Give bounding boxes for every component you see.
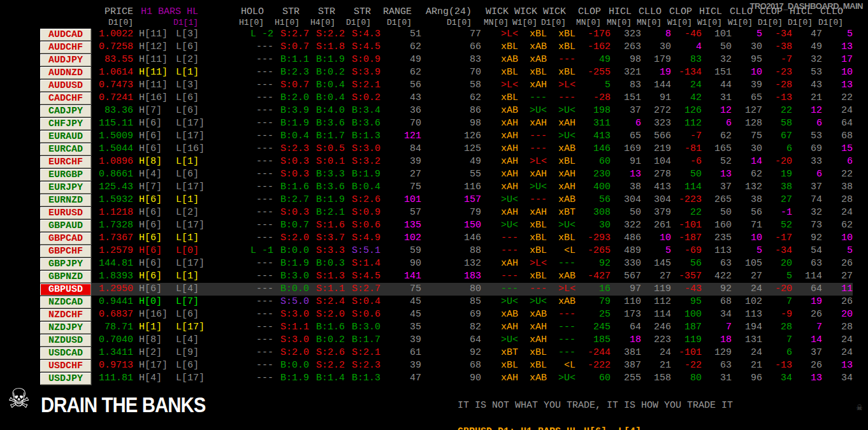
column-header-wick_d1: D1[0]	[537, 17, 566, 28]
table-row-gbpchf[interactable]: GBPCHF1.2579H[6]L[0]L -1B:0.0S:3.3S:5.15…	[40, 245, 853, 257]
pair-badge[interactable]: EURCHF	[40, 156, 91, 168]
cell-str_h1: ---	[208, 92, 273, 104]
cell-clop_mn: ---	[547, 308, 575, 321]
cell-arng24: 27	[380, 168, 421, 181]
cell-hicl_w1: 114	[671, 181, 702, 194]
table-row-cadjpy[interactable]: CADJPY83.36H[7]L[6]---B:3.9B:4.0B:3.4368…	[40, 104, 853, 117]
cell-range: S:1.4	[345, 257, 380, 270]
column-header-cllo_w1: W1[0]	[722, 17, 753, 28]
pair-badge[interactable]: NZDUSD	[40, 334, 91, 347]
pair-badge[interactable]: USDCAD	[40, 347, 91, 359]
pair-badge-wrap: USDCAD	[40, 347, 91, 359]
table-row-eurnzd[interactable]: EURNZD1.5932H[6]L[1]---B:2.7B:1.9S:2.610…	[40, 194, 853, 206]
cell-clop_mn: xAB	[547, 194, 575, 206]
table-row-euraud[interactable]: EURAUD1.5009H[6]L[17]---B:0.4B:1.7B:1.31…	[40, 130, 853, 143]
cell-str_h1: ---	[208, 41, 273, 54]
cell-arng24: 75	[380, 181, 421, 194]
table-row-usdjpy[interactable]: USDJPY111.81H[4]L[17]---B:1.9B:1.4B:1.34…	[40, 372, 853, 385]
cell-hicl_mn: 60	[575, 155, 611, 168]
cell-range: S:0.6	[345, 219, 380, 232]
cell-str_h1: ---	[208, 219, 273, 232]
pair-badge[interactable]: USDCHF	[40, 360, 91, 372]
pair-badge[interactable]: CADCHF	[40, 92, 91, 104]
cell-hicl_w1: 56	[671, 257, 702, 270]
cell-hicl_mn: 5	[575, 79, 611, 92]
pair-badge[interactable]: EURGBP	[40, 169, 91, 181]
table-row-eurgbp[interactable]: EURGBP0.8661H[4]L[6]---S:0.3B:3.3B:1.927…	[40, 168, 853, 181]
pair-badge[interactable]: EURUSD	[40, 207, 91, 219]
table-row-audusd[interactable]: AUDUSD0.7473H[11]L[3]---S:0.7B:0.4S:2.15…	[40, 79, 853, 92]
cell-h1bars: H[6]	[133, 232, 172, 245]
cell-cllo_d1: 33	[792, 155, 822, 168]
cell-wick_mn: 79	[421, 206, 481, 219]
pair-badge[interactable]: EURCAD	[40, 143, 91, 155]
pair-badge[interactable]: GBPNZD	[40, 271, 91, 283]
table-row-audcad[interactable]: AUDCAD1.0022H[11]L[3]L -2S:2.7S:2.2S:4.3…	[40, 28, 853, 41]
pair-badge[interactable]: GBPJPY	[40, 258, 91, 270]
table-row-gbpcad[interactable]: GBPCAD1.7367H[6]L[1]---S:2.0S:3.7S:4.910…	[40, 232, 853, 245]
pair-badge[interactable]: NZDCAD	[40, 296, 91, 308]
pair-badge[interactable]: AUDUSD	[40, 80, 91, 92]
pair-badge[interactable]: GBPUSD	[40, 283, 91, 296]
table-row-gbpjpy[interactable]: GBPJPY144.81H[6]L[17]---B:1.9B:0.3S:1.49…	[40, 257, 853, 270]
cell-wick_d1: xBL	[518, 219, 547, 232]
cell-clop_w1: 27	[641, 270, 671, 283]
cell-str_h4: S:3.0	[273, 334, 309, 347]
table-row-nzdjpy[interactable]: NZDJPY78.71H[1]L[17]---S:1.1B:1.6B:3.035…	[40, 321, 853, 334]
pair-badge[interactable]: AUDCHF	[40, 41, 91, 54]
table-row-gbpnzd[interactable]: GBPNZD1.8393H[6]L[1]---B:3.0S:1.3S:4.514…	[40, 270, 853, 283]
cell-wick_mn: 80	[421, 283, 481, 296]
pair-badge[interactable]: NZDJPY	[40, 322, 91, 334]
pair-badge[interactable]: GBPCAD	[40, 233, 91, 245]
cell-cllo_d1: 26	[792, 308, 822, 321]
table-row-gbpusd[interactable]: GBPUSD1.2950H[6]L[4]---B:0.0S:1.1S:2.775…	[40, 283, 853, 296]
pair-badge[interactable]: EURJPY	[40, 182, 91, 194]
cell-hicl_mn: 79	[575, 296, 611, 308]
cell-wick_mn: 66	[421, 41, 481, 54]
table-row-eurusd[interactable]: EURUSD1.1218H[6]L[2]---S:0.3B:2.1S:0.957…	[40, 206, 853, 219]
cell-clop_mn: xBL	[547, 155, 575, 168]
cell-wick_mn: 62	[421, 92, 481, 104]
table-row-usdchf[interactable]: USDCHF0.9713H[17]L[6]---B:0.0S:2.2S:2.33…	[40, 359, 853, 372]
pair-badge[interactable]: EURNZD	[40, 194, 91, 206]
table-row-cadchf[interactable]: CADCHF0.7241H[16]L[6]---B:2.0B:0.4S:0.24…	[40, 92, 853, 104]
cell-wick_mn: 88	[421, 245, 481, 257]
cell-cllo_d1: 14	[792, 334, 822, 347]
table-row-nzdchf[interactable]: NZDCHF0.6837H[16]L[6]---S:3.0S:2.0S:0.64…	[40, 308, 853, 321]
table-row-nzdusd[interactable]: NZDUSD0.7040H[8]L[4]---S:3.0B:0.2B:1.739…	[40, 334, 853, 347]
table-row-nzdcad[interactable]: NZDCAD0.9441H[0]L[7]---S:5.0S:2.4S:0.445…	[40, 296, 853, 308]
cell-str_h4: B:1.9	[273, 117, 309, 130]
cell-holo-l: L[6]	[172, 92, 208, 104]
cell-col20: 24	[822, 347, 853, 359]
table-row-audchf[interactable]: AUDCHF0.7258H[12]L[6]---S:0.7S:1.8S:4.56…	[40, 41, 853, 54]
cell-cllo_mn: 18	[611, 334, 641, 347]
cell-wick_w1: ---	[481, 283, 518, 296]
column-header-cllo_d1: CLLO	[813, 6, 843, 17]
cell-str_h4: B:0.0	[273, 245, 309, 257]
pair-badge[interactable]: AUDJPY	[40, 54, 91, 66]
cell-range: S:4.5	[345, 41, 380, 54]
pair-badge[interactable]: USDJPY	[40, 373, 91, 385]
table-row-usdcad[interactable]: USDCAD1.3411H[2]L[9]---S:2.0S:2.6S:2.161…	[40, 347, 853, 359]
pair-badge[interactable]: NZDCHF	[40, 309, 91, 321]
cell-cllo_mn: 6	[611, 117, 641, 130]
cell-price: 0.7258	[91, 41, 133, 54]
cell-cllo_w1: 50	[702, 206, 732, 219]
table-row-eurchf[interactable]: EURCHF1.0896H[8]L[1]---S:0.3S:0.1S:3.239…	[40, 155, 853, 168]
table-row-audnzd[interactable]: AUDNZD1.0614H[11]L[1]---B:2.3B:0.2S:3.96…	[40, 66, 853, 79]
pair-badge[interactable]: AUDNZD	[40, 67, 91, 79]
pair-badge[interactable]: CHFJPY	[40, 118, 91, 130]
table-row-eurjpy[interactable]: EURJPY125.43H[7]L[17]---B:1.6B:3.6B:0.47…	[40, 181, 853, 194]
table-row-audjpy[interactable]: AUDJPY83.55H[11]L[2]---B:1.1B:1.9S:0.949…	[40, 54, 853, 66]
pair-badge[interactable]: AUDCAD	[40, 29, 91, 41]
column-header-holo: HOLO	[198, 6, 264, 17]
pair-badge[interactable]: EURAUD	[40, 131, 91, 143]
table-row-chfjpy[interactable]: CHFJPY115.11H[6]L[17]---B:1.9B:3.6B:3.67…	[40, 117, 853, 130]
cell-str_h1: ---	[208, 257, 273, 270]
table-row-gbpaud[interactable]: GBPAUD1.7328H[6]L[17]---B:0.7S:1.6S:0.61…	[40, 219, 853, 232]
pair-badge[interactable]: GBPAUD	[40, 220, 91, 232]
pair-badge[interactable]: GBPCHF	[40, 245, 91, 257]
table-row-eurcad[interactable]: EURCAD1.5044H[6]L[16]---S:2.3S:0.5S:3.08…	[40, 143, 853, 155]
cell-holo-l: L[16]	[172, 143, 208, 155]
pair-badge[interactable]: CADJPY	[40, 105, 91, 117]
